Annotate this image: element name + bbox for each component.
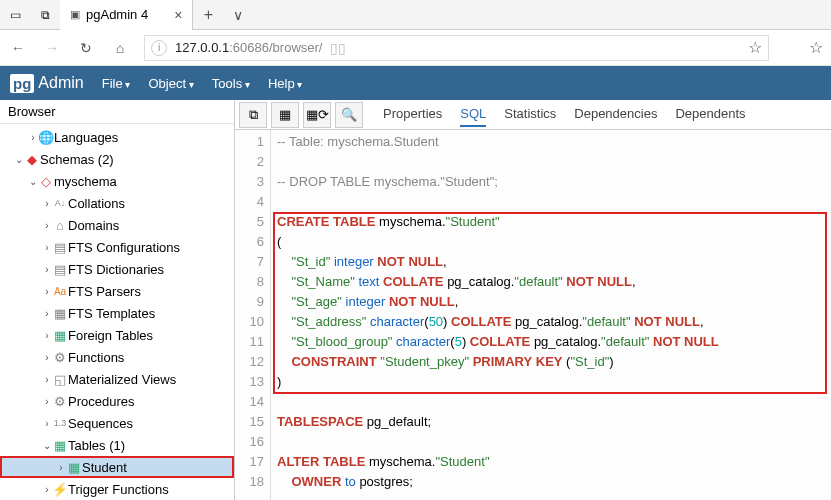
favorite-star-icon[interactable]: ☆	[748, 38, 762, 57]
url-text: 127.0.0.1:60686/browser/	[175, 40, 322, 55]
url-bar[interactable]: i 127.0.0.1:60686/browser/ ▯▯ ☆	[144, 35, 769, 61]
tree-item-student[interactable]: ›▦Student	[0, 456, 234, 478]
tree-label: Tables (1)	[68, 438, 125, 453]
tree-item-functions[interactable]: ›⚙Functions	[0, 346, 234, 368]
browser-nav-bar: ← → ↻ ⌂ i 127.0.0.1:60686/browser/ ▯▯ ☆ …	[0, 30, 831, 66]
tab-statistics[interactable]: Statistics	[504, 102, 556, 127]
forward-button[interactable]: →	[42, 40, 62, 56]
tree-item-procedures[interactable]: ›⚙Procedures	[0, 390, 234, 412]
window-restore-icon[interactable]: ▭	[0, 0, 30, 30]
tree-item-materialized-views[interactable]: ›◱Materialized Views	[0, 368, 234, 390]
window-title-bar: ▭ ⧉ ▣ pgAdmin 4 × + ∨	[0, 0, 831, 30]
tree-label: Languages	[54, 130, 118, 145]
favorites-hub-icon[interactable]: ☆	[809, 38, 823, 57]
reader-mode-icon[interactable]: ▯▯	[330, 40, 346, 56]
tree-item-schemas[interactable]: ⌄◆Schemas (2)	[0, 148, 234, 170]
sql-code: -- Table: myschema.Student-- DROP TABLE …	[271, 130, 831, 500]
object-tree[interactable]: ›🌐Languages ⌄◆Schemas (2) ⌄◇myschema ›A↓…	[0, 124, 234, 500]
search-button[interactable]: 🔍	[335, 102, 363, 128]
tree-item-languages[interactable]: ›🌐Languages	[0, 126, 234, 148]
refresh-button[interactable]: ↻	[76, 40, 96, 56]
tree-item-domains[interactable]: ›⌂Domains	[0, 214, 234, 236]
tree-item-trigger-functions[interactable]: ›⚡Trigger Functions	[0, 478, 234, 500]
tab-close-icon[interactable]: ×	[174, 7, 182, 23]
tree-label: Functions	[68, 350, 124, 365]
tree-label: Collations	[68, 196, 125, 211]
tree-item-fts-parsers[interactable]: ›AaFTS Parsers	[0, 280, 234, 302]
site-info-icon[interactable]: i	[151, 40, 167, 56]
tab-favicon-icon: ▣	[70, 8, 80, 21]
menu-object[interactable]: Object	[148, 76, 193, 91]
tree-item-fts-configurations[interactable]: ›▤FTS Configurations	[0, 236, 234, 258]
tree-label: FTS Templates	[68, 306, 155, 321]
tab-dependencies[interactable]: Dependencies	[574, 102, 657, 127]
home-button[interactable]: ⌂	[110, 40, 130, 56]
tree-label: FTS Parsers	[68, 284, 141, 299]
tree-item-tables[interactable]: ⌄▦Tables (1)	[0, 434, 234, 456]
tab-sql[interactable]: SQL	[460, 102, 486, 127]
tree-label: Schemas (2)	[40, 152, 114, 167]
tree-label: Sequences	[68, 416, 133, 431]
pgadmin-top-bar: pgAdmin File Object Tools Help	[0, 66, 831, 100]
tab-overflow-icon[interactable]: ∨	[223, 7, 253, 23]
toolbar: ⧉ ▦ ▦⟳ 🔍 Properties SQL Statistics Depen…	[235, 100, 831, 130]
property-tabs: Properties SQL Statistics Dependencies D…	[383, 102, 746, 127]
tree-label: Foreign Tables	[68, 328, 153, 343]
tree-label: myschema	[54, 174, 117, 189]
menu-help[interactable]: Help	[268, 76, 303, 91]
menu-tools[interactable]: Tools	[212, 76, 250, 91]
tab-dependents[interactable]: Dependents	[675, 102, 745, 127]
sidebar-title: Browser	[0, 100, 234, 124]
tree-label: FTS Dictionaries	[68, 262, 164, 277]
tree-label: FTS Configurations	[68, 240, 180, 255]
tree-item-fts-templates[interactable]: ›▦FTS Templates	[0, 302, 234, 324]
pgadmin-logo: pgAdmin	[10, 74, 84, 93]
query-tool-button[interactable]: ⧉	[239, 102, 267, 128]
new-tab-button[interactable]: +	[193, 6, 223, 24]
tab-title: pgAdmin 4	[86, 7, 148, 22]
sidebar: Browser ›🌐Languages ⌄◆Schemas (2) ⌄◇mysc…	[0, 100, 235, 500]
tree-item-collations[interactable]: ›A↓Collations	[0, 192, 234, 214]
tree-item-myschema[interactable]: ⌄◇myschema	[0, 170, 234, 192]
tree-label: Trigger Functions	[68, 482, 169, 497]
back-button[interactable]: ←	[8, 40, 28, 56]
tree-label: Materialized Views	[68, 372, 176, 387]
window-overlap-icon[interactable]: ⧉	[30, 0, 60, 30]
menu-file[interactable]: File	[102, 76, 131, 91]
browser-tab[interactable]: ▣ pgAdmin 4 ×	[60, 0, 193, 30]
tree-label: Procedures	[68, 394, 134, 409]
sql-editor[interactable]: 123456789101112131415161718 -- Table: my…	[235, 130, 831, 500]
tree-item-fts-dictionaries[interactable]: ›▤FTS Dictionaries	[0, 258, 234, 280]
view-data-button[interactable]: ▦	[271, 102, 299, 128]
tree-item-foreign-tables[interactable]: ›▦Foreign Tables	[0, 324, 234, 346]
tree-item-sequences[interactable]: ›1.3Sequences	[0, 412, 234, 434]
line-gutter: 123456789101112131415161718	[235, 130, 271, 500]
tab-properties[interactable]: Properties	[383, 102, 442, 127]
filter-rows-button[interactable]: ▦⟳	[303, 102, 331, 128]
tree-label: Student	[82, 460, 127, 475]
tree-label: Domains	[68, 218, 119, 233]
